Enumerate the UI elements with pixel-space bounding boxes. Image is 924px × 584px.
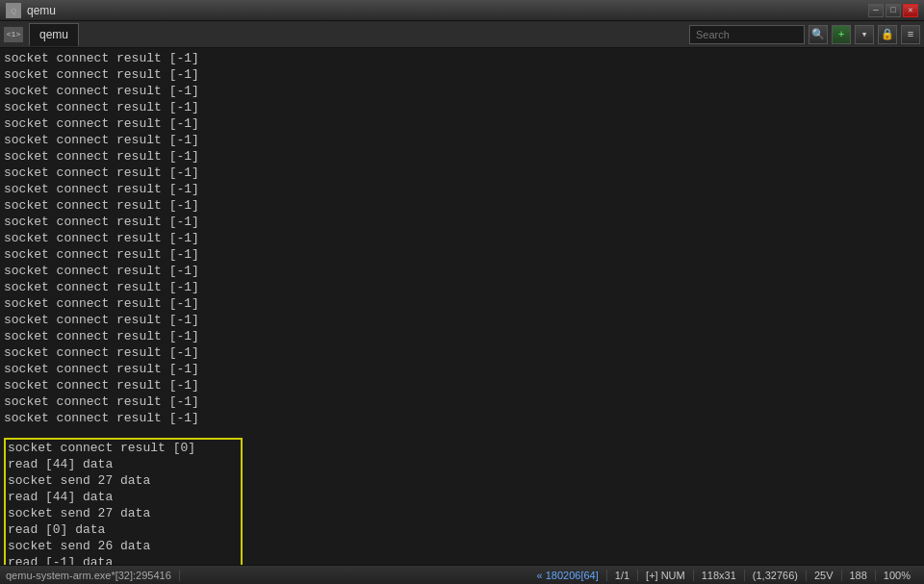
highlighted-line: socket send 27 data [8, 505, 239, 521]
window-title: qemu [27, 4, 868, 17]
maximize-button[interactable]: □ [886, 4, 901, 17]
zoom-info: 100% [876, 570, 918, 581]
terminal-line: socket connect result [-1] [4, 263, 920, 279]
highlighted-line: socket send 26 data [8, 538, 239, 554]
tab-bar: <1> qemu 🔍 + ▾ 🔒 ≡ [0, 21, 924, 48]
svg-text:Q: Q [11, 7, 16, 15]
position-info: « 180206[64] [529, 570, 607, 581]
terminal-line: socket connect result [-1] [4, 377, 920, 394]
highlighted-line: read [44] data [8, 489, 239, 505]
terminal-line: socket connect result [-1] [4, 148, 920, 165]
terminal-line: socket connect result [-1] [4, 115, 920, 132]
terminal-line: socket connect result [-1] [4, 312, 920, 328]
terminal-line: socket connect result [-1] [4, 230, 920, 246]
search-icon[interactable]: 🔍 [808, 25, 828, 44]
status-bar: qemu-system-arm.exe*[32]:295416 « 180206… [0, 565, 924, 584]
terminal-output: socket connect result [-1]socket connect… [0, 48, 924, 565]
tab-icon: <1> [4, 27, 23, 42]
terminal-line: socket connect result [-1] [4, 295, 920, 312]
search-area: 🔍 + ▾ 🔒 ≡ [689, 25, 920, 44]
mode-info: [+] NUM [638, 570, 694, 581]
highlighted-line: socket send 27 data [8, 472, 239, 489]
terminal-line: socket connect result [-1] [4, 394, 920, 410]
terminal-line: socket connect result [-1] [4, 197, 920, 214]
title-bar: Q qemu ─ □ ✕ [0, 0, 924, 21]
dimensions-info: 118x31 [694, 570, 745, 581]
highlighted-line: read [-1] data [8, 554, 239, 565]
highlighted-block: socket connect result [0]read [44] datas… [4, 438, 243, 565]
terminal-line: socket connect result [-1] [4, 344, 920, 361]
terminal-line: socket connect result [-1] [4, 66, 920, 83]
terminal-line: socket connect result [-1] [4, 181, 920, 197]
terminal-line: socket connect result [-1] [4, 279, 920, 295]
voltage-info: 25V [807, 570, 842, 581]
lock-button[interactable]: 🔒 [878, 25, 897, 44]
highlighted-line: read [44] data [8, 456, 239, 472]
terminal-line: socket connect result [-1] [4, 99, 920, 115]
highlighted-line: read [0] data [8, 521, 239, 538]
search-input[interactable] [689, 25, 805, 44]
terminal-line: socket connect result [-1] [4, 214, 920, 230]
highlighted-line: socket connect result [0] [8, 440, 239, 456]
add-tab-button[interactable]: + [832, 25, 851, 44]
tab-dropdown-button[interactable]: ▾ [855, 25, 874, 44]
terminal-line: socket connect result [-1] [4, 83, 920, 99]
highlighted-lines: socket connect result [0]read [44] datas… [8, 440, 239, 565]
line-info: 1/1 [607, 570, 638, 581]
active-tab[interactable]: qemu [29, 23, 79, 46]
terminal-line: socket connect result [-1] [4, 246, 920, 263]
terminal-line: socket connect result [-1] [4, 50, 920, 66]
terminal-lines: socket connect result [-1]socket connect… [4, 50, 920, 426]
app-icon: Q [6, 3, 21, 18]
coords-info: (1,32766) [745, 570, 807, 581]
terminal-line: socket connect result [-1] [4, 361, 920, 377]
minimize-button[interactable]: ─ [868, 4, 884, 17]
process-info: qemu-system-arm.exe*[32]:295416 [6, 570, 180, 581]
terminal-line: socket connect result [-1] [4, 410, 920, 426]
tab-label: qemu [39, 28, 68, 41]
close-button[interactable]: ✕ [903, 4, 918, 17]
terminal-line: socket connect result [-1] [4, 165, 920, 181]
menu-button[interactable]: ≡ [901, 25, 920, 44]
terminal-line: socket connect result [-1] [4, 328, 920, 344]
terminal-line: socket connect result [-1] [4, 132, 920, 148]
value-info: 188 [842, 570, 876, 581]
window-controls: ─ □ ✕ [868, 4, 918, 17]
